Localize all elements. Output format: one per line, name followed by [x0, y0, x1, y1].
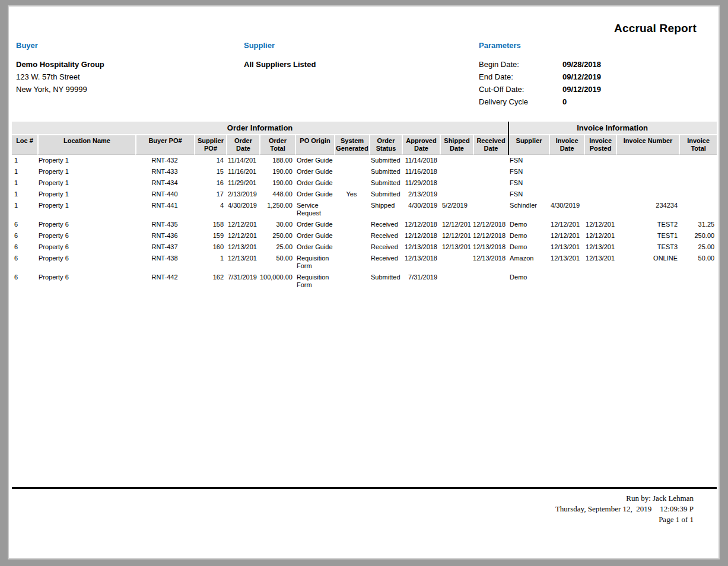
- table-cell: [473, 177, 508, 189]
- table-cell: Received: [369, 219, 402, 230]
- buyer-address-line-2: New York, NY 99999: [16, 83, 104, 96]
- table-cell: Order Guide: [295, 177, 334, 189]
- table-cell: Yes: [334, 189, 369, 200]
- table-cell: 12/12/201: [549, 219, 584, 230]
- table-cell: Schindler: [508, 200, 549, 219]
- table-cell: Submitted: [369, 155, 402, 166]
- group-header-order-information: Order Information: [12, 122, 508, 135]
- parameter-value: 0: [562, 96, 567, 108]
- table-cell: Order Guide: [295, 155, 334, 166]
- table-cell: Amazon: [508, 253, 549, 272]
- table-cell: [679, 272, 717, 291]
- table-cell: 12/13/201: [549, 253, 584, 272]
- table-cell: Property 1: [37, 200, 135, 219]
- table-cell: RNT-436: [135, 230, 194, 241]
- buyer-label: Buyer: [16, 42, 104, 49]
- table-cell: Demo: [508, 219, 549, 230]
- table-cell: Order Guide: [295, 166, 334, 177]
- table-cell: 100,000.00: [259, 272, 295, 291]
- table-cell: 1: [12, 166, 37, 177]
- table-cell: [440, 177, 473, 189]
- table-cell: 1: [12, 177, 37, 189]
- table-cell: Demo: [508, 241, 549, 253]
- table-cell: [473, 189, 508, 200]
- table-cell: 12/12/201: [440, 219, 473, 230]
- table-cell: 12/12/2018: [402, 219, 440, 230]
- table-cell: 12/13/2018: [473, 241, 508, 253]
- table-cell: 12/13/201: [440, 241, 473, 253]
- column-header: Buyer PO#: [135, 135, 194, 155]
- parameters-label: Parameters: [479, 42, 601, 49]
- parameter-value: 09/12/2019: [562, 83, 601, 96]
- table-cell: TEST2: [616, 219, 679, 230]
- parameter-label: Cut-Off Date:: [479, 83, 562, 96]
- table-cell: 11/16/201: [226, 166, 259, 177]
- table-cell: 5/2/2019: [440, 200, 473, 219]
- table-cell: 14: [194, 155, 226, 166]
- table-cell: Submitted: [369, 177, 402, 189]
- table-cell: 12/12/2018: [402, 230, 440, 241]
- table-cell: RNT-437: [135, 241, 194, 253]
- parameter-label: Delivery Cycle: [479, 96, 562, 108]
- table-cell: 1: [12, 155, 37, 166]
- column-header: Invoice Number: [616, 135, 679, 155]
- table-cell: FSN: [508, 155, 549, 166]
- table-cell: [616, 166, 679, 177]
- footer-datetime: Thursday, September 12, 201912:09:39 P: [555, 504, 694, 514]
- table-cell: [549, 177, 584, 189]
- column-header: Invoice Date: [549, 135, 584, 155]
- parameter-row: Begin Date: 09/28/2018: [479, 58, 601, 71]
- column-header: PO Origin: [295, 135, 334, 155]
- table-cell: 4: [194, 200, 226, 219]
- parameter-value: 09/12/2019: [562, 71, 601, 83]
- table-cell: [334, 219, 369, 230]
- table-cell: 1: [194, 253, 226, 272]
- column-header: Order Status: [369, 135, 402, 155]
- table-cell: Property 6: [37, 241, 135, 253]
- table-cell: [334, 155, 369, 166]
- table-row: 1Property 1RNT-4321411/14/201188.00Order…: [12, 155, 717, 166]
- table-cell: Requisition Form: [295, 253, 334, 272]
- table-cell: 12/13/201: [584, 241, 616, 253]
- table-cell: 1,250.00: [259, 200, 295, 219]
- table-cell: RNT-434: [135, 177, 194, 189]
- report-footer: Run by: Jack Lehman Thursday, September …: [555, 493, 694, 525]
- table-cell: [549, 166, 584, 177]
- table-cell: 12/12/201: [584, 230, 616, 241]
- table-cell: 6: [12, 272, 37, 291]
- table-cell: Property 1: [37, 155, 135, 166]
- footer-page-number: Page 1 of 1: [555, 514, 694, 525]
- table-cell: 7/31/2019: [226, 272, 259, 291]
- supplier-value: All Suppliers Listed: [244, 58, 316, 71]
- table-cell: 25.00: [679, 241, 717, 253]
- table-cell: [334, 241, 369, 253]
- table-cell: [473, 272, 508, 291]
- column-header: Order Date: [226, 135, 259, 155]
- column-header: Approved Date: [402, 135, 440, 155]
- table-cell: 159: [194, 230, 226, 241]
- table-cell: 11/14/201: [226, 155, 259, 166]
- table-cell: 12/12/201: [549, 230, 584, 241]
- table-cell: 12/12/2018: [473, 230, 508, 241]
- group-header-row: Order Information Invoice Information: [12, 122, 717, 135]
- table-cell: RNT-440: [135, 189, 194, 200]
- accrual-table: Order Information Invoice Information Lo…: [12, 122, 717, 291]
- table-cell: 11/16/2018: [402, 166, 440, 177]
- table-cell: [679, 189, 717, 200]
- table-cell: Property 6: [37, 230, 135, 241]
- supplier-label: Supplier: [244, 42, 316, 49]
- table-cell: 2/13/2019: [402, 189, 440, 200]
- table-cell: RNT-442: [135, 272, 194, 291]
- table-cell: [440, 253, 473, 272]
- table-cell: Demo: [508, 230, 549, 241]
- table-cell: 4/30/2019: [549, 200, 584, 219]
- table-cell: 6: [12, 230, 37, 241]
- buyer-name: Demo Hospitality Group: [16, 58, 104, 71]
- column-header: Supplier: [508, 135, 549, 155]
- table-cell: [549, 272, 584, 291]
- table-cell: 250.00: [259, 230, 295, 241]
- table-cell: 12/13/201: [226, 241, 259, 253]
- parameter-label: Begin Date:: [479, 58, 562, 71]
- table-cell: 234234: [616, 200, 679, 219]
- table-cell: 30.00: [259, 219, 295, 230]
